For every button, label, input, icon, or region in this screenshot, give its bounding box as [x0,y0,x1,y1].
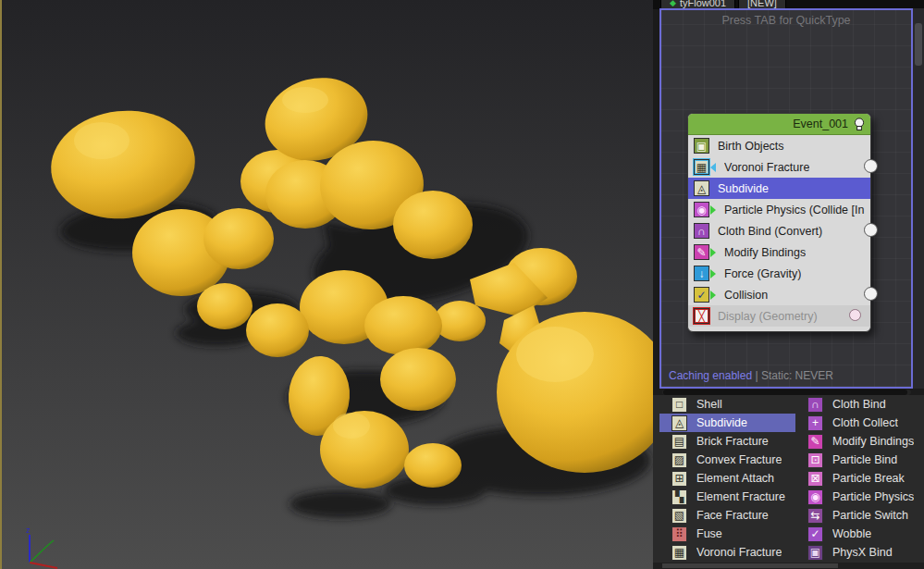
depot-item-particle-break[interactable]: ⊠Particle Break [795,469,924,488]
particle-physics-icon: ◉ [807,489,823,505]
operator-depot: □Shell◬Subdivide▤Brick Fracture▨Convex F… [653,395,924,563]
depot-item-shell[interactable]: □Shell [659,395,795,414]
collision-icon: ✓ [694,287,709,303]
operator-label: Force (Gravity) [724,267,801,280]
depot-item-particle-bind[interactable]: ⊡Particle Bind [795,451,924,469]
operator-subdivide[interactable]: ◬Subdivide [688,178,870,199]
depot-item-fuse[interactable]: ⠿Fuse [659,525,795,543]
cache-status-line: Caching enabled | Static: NEVER [669,369,833,382]
force-gravity-icon: ↓ [694,266,709,281]
depot-item-label: Cloth Collect [832,416,898,429]
operator-particle-physics-collide-in[interactable]: ◉Particle Physics (Collide [In... [688,199,870,220]
operator-label: Particle Physics (Collide [In... [724,204,865,216]
depot-item-cloth-collect[interactable]: +Cloth Collect [795,414,924,432]
depot-column-right: ∩Cloth Bind+Cloth Collect✎Modify Binding… [795,395,924,562]
operator-force-gravity[interactable]: ↓Force (Gravity) [688,263,870,284]
depot-column-left: □Shell◬Subdivide▤Brick Fracture▨Convex F… [659,395,795,562]
event-node[interactable]: Event_001 ▣Birth Objects▦Voronoi Fractur… [687,113,871,332]
brick-fracture-icon: ▤ [671,434,687,450]
operator-collision[interactable]: ✓Collision [688,284,870,305]
output-wire-arrow-icon [710,248,716,257]
depot-item-label: Face Fracture [696,509,769,522]
particle-bind-icon: ⊡ [807,452,823,468]
modify-bindings-icon: ✎ [694,244,709,260]
operator-voronoi-fracture[interactable]: ▦Voronoi Fracture [688,156,870,178]
output-wire-arrow-icon [710,291,716,300]
depot-item-label: Particle Break [832,472,905,485]
depot-item-brick-fracture[interactable]: ▤Brick Fracture [659,432,795,451]
depot-item-label: Subdivide [696,416,747,429]
depot-item-convex-fracture[interactable]: ▨Convex Fracture [659,451,795,469]
operator-list: ▣Birth Objects▦Voronoi Fracture◬Subdivid… [688,135,870,327]
subdivide-icon: ◬ [671,415,687,431]
output-wire-arrow-icon [710,205,716,215]
editor-vertical-scrollbar-thumb[interactable] [915,23,922,66]
cloth-bind-convert-icon: ∩ [694,223,709,239]
operator-label: Birth Objects [718,140,784,153]
depot-item-face-fracture[interactable]: ▧Face Fracture [659,506,795,525]
depot-item-label: Element Attach [696,472,774,485]
display-port-display-geometry[interactable] [849,309,861,321]
depot-item-label: Cloth Bind [832,398,886,411]
viewport-3d[interactable]: z [0,0,653,569]
particle-break-icon: ⊠ [807,471,823,487]
depot-item-element-attach[interactable]: ⊞Element Attach [659,469,795,488]
event-editor-canvas[interactable]: Press TAB for QuickType Event_001 ▣Birth… [659,8,913,389]
depot-item-label: PhysX Bind [832,546,893,559]
output-port-collision[interactable] [864,287,878,301]
depot-item-label: Modify Bindings [832,435,914,448]
depot-item-subdivide[interactable]: ◬Subdivide [659,414,795,432]
operator-birth-objects[interactable]: ▣Birth Objects [688,135,870,156]
quicktype-hint: Press TAB for QuickType [661,14,911,27]
element-attach-icon: ⊞ [671,471,687,487]
static-status: Static: NEVER [761,369,833,382]
depot-item-label: Fuse [696,527,722,540]
depot-item-modify-bindings[interactable]: ✎Modify Bindings [795,432,924,451]
operator-label: Subdivide [718,182,769,195]
depot-item-label: Voronoi Fracture [696,546,782,559]
operator-label: Modify Bindings [724,246,806,259]
operator-label: Display (Geometry) [718,310,818,323]
convex-fracture-icon: ▨ [671,452,687,468]
voronoi-fracture-icon: ▦ [694,159,709,175]
operator-modify-bindings[interactable]: ✎Modify Bindings [688,241,870,263]
depot-item-label: Particle Bind [832,453,897,466]
operator-cloth-bind-convert[interactable]: ∩Cloth Bind (Convert) [688,220,870,241]
operator-label: Voronoi Fracture [724,161,809,174]
face-fracture-icon: ▧ [671,508,687,524]
bulb-icon[interactable] [854,118,865,131]
cloth-collect-icon: + [807,415,823,431]
tyflow-editor-window: z ◆ tyFlow001 [NEW] Press TAB for QuickT… [0,0,924,569]
editor-vertical-scrollbar[interactable] [913,8,924,389]
subdivide-icon: ◬ [694,180,709,196]
depot-item-wobble[interactable]: ✓Wobble [795,525,924,543]
depot-item-element-fracture[interactable]: ▚Element Fracture [659,488,795,506]
operator-label: Collision [724,289,768,302]
depot-item-voronoi-fracture[interactable]: ▦Voronoi Fracture [659,543,795,562]
depot-item-physx-bind[interactable]: ▣PhysX Bind [795,543,924,562]
depot-item-label: Convex Fracture [696,453,782,466]
event-node-footer [688,327,870,331]
event-node-title: Event_001 [793,118,848,130]
display-geometry-icon: ╳ [694,308,709,324]
voronoi-fracture-icon: ▦ [671,545,687,561]
tab-new-label: [NEW] [747,0,777,8]
depot-horizontal-scrollbar-thumb[interactable] [662,563,838,568]
depot-horizontal-scrollbar[interactable] [653,563,924,569]
depot-item-label: Brick Fracture [696,435,769,448]
tab-tyflow001-label: tyFlow001 [680,0,726,8]
input-wire-arrow-icon [710,163,716,172]
depot-item-particle-switch[interactable]: ⇆Particle Switch [795,506,924,525]
event-node-header[interactable]: Event_001 [688,114,870,135]
operator-label: Cloth Bind (Convert) [718,225,822,238]
fuse-icon: ⠿ [671,526,687,542]
depot-item-particle-physics[interactable]: ◉Particle Physics [795,488,924,506]
element-fracture-icon: ▚ [671,489,687,505]
output-port-cloth-bind-convert[interactable] [864,223,878,237]
tyflow-diamond-icon: ◆ [670,0,676,7]
depot-item-label: Shell [696,398,722,411]
depot-item-cloth-bind[interactable]: ∩Cloth Bind [795,395,924,414]
viewport-canvas[interactable]: z [0,0,653,569]
output-port-voronoi-fracture[interactable] [864,159,878,173]
operator-display-geometry[interactable]: ╳Display (Geometry) [688,305,870,327]
